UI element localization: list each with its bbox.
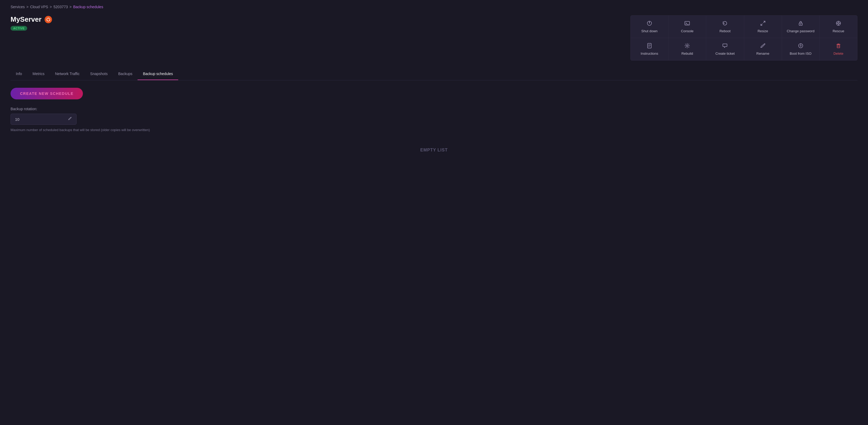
breadcrumb: Services > Cloud VPS > 5203773 > Backup … bbox=[0, 0, 868, 9]
svg-rect-26 bbox=[837, 45, 840, 48]
create-ticket-label: Create ticket bbox=[715, 52, 735, 56]
tab-metrics[interactable]: Metrics bbox=[27, 68, 50, 80]
change-password-icon bbox=[798, 20, 804, 27]
tab-snapshots[interactable]: Snapshots bbox=[85, 68, 113, 80]
tabs: Info Metrics Network Traffic Snapshots B… bbox=[10, 68, 858, 80]
instructions-button[interactable]: Instructions bbox=[631, 38, 668, 60]
svg-point-24 bbox=[800, 45, 801, 47]
tabs-container: Info Metrics Network Traffic Snapshots B… bbox=[10, 68, 858, 80]
tab-info[interactable]: Info bbox=[10, 68, 27, 80]
create-ticket-icon bbox=[722, 43, 728, 50]
delete-label: Delete bbox=[833, 52, 843, 56]
rename-label: Rename bbox=[756, 52, 769, 56]
instructions-icon bbox=[647, 43, 652, 50]
instructions-label: Instructions bbox=[641, 52, 658, 56]
svg-point-2 bbox=[49, 20, 50, 20]
tab-backup-schedules[interactable]: Backup schedules bbox=[137, 68, 178, 80]
console-label: Console bbox=[681, 29, 693, 33]
rescue-label: Rescue bbox=[833, 29, 844, 33]
rename-icon bbox=[760, 43, 766, 50]
shutdown-button[interactable]: Shut down bbox=[631, 16, 668, 38]
tab-network-traffic[interactable]: Network Traffic bbox=[50, 68, 85, 80]
reboot-icon bbox=[722, 20, 728, 27]
svg-point-13 bbox=[838, 23, 839, 24]
delete-icon bbox=[836, 43, 841, 50]
rescue-button[interactable]: Rescue bbox=[820, 16, 857, 38]
rebuild-icon bbox=[684, 43, 690, 50]
delete-button[interactable]: Delete bbox=[820, 38, 857, 60]
svg-point-22 bbox=[686, 45, 688, 47]
edit-rotation-icon[interactable] bbox=[68, 117, 72, 122]
create-new-schedule-button[interactable]: CREATE NEW SCHEDULE bbox=[10, 88, 83, 100]
rebuild-button[interactable]: Rebuild bbox=[669, 38, 706, 60]
console-button[interactable]: Console bbox=[669, 16, 706, 38]
rotation-field: 10 bbox=[10, 114, 76, 125]
server-name-row: MyServer bbox=[10, 15, 630, 24]
status-badge: ACTIVE bbox=[10, 26, 27, 31]
breadcrumb-sep1: > bbox=[26, 5, 29, 9]
server-name: MyServer bbox=[10, 15, 41, 24]
backup-rotation-label: Backup rotation: bbox=[10, 107, 858, 111]
resize-icon bbox=[760, 20, 766, 27]
svg-line-8 bbox=[764, 21, 765, 23]
action-grid: Shut down Console bbox=[630, 15, 858, 60]
rotation-hint: Maximum number of scheduled backups that… bbox=[10, 128, 858, 132]
breadcrumb-server-id[interactable]: 5203773 bbox=[54, 5, 68, 9]
create-ticket-button[interactable]: Create ticket bbox=[706, 38, 744, 60]
change-password-label: Change password bbox=[787, 29, 814, 33]
breadcrumb-services[interactable]: Services bbox=[10, 5, 25, 9]
shutdown-icon bbox=[647, 20, 652, 27]
boot-from-iso-label: Boot from ISO bbox=[790, 52, 811, 56]
svg-rect-6 bbox=[685, 21, 689, 25]
svg-point-3 bbox=[47, 20, 48, 20]
rebuild-label: Rebuild bbox=[681, 52, 693, 56]
svg-point-11 bbox=[800, 24, 801, 25]
boot-from-iso-icon bbox=[798, 43, 804, 50]
console-icon bbox=[684, 20, 690, 27]
breadcrumb-cloud-vps[interactable]: Cloud VPS bbox=[30, 5, 48, 9]
svg-point-1 bbox=[48, 18, 49, 18]
resize-button[interactable]: Resize bbox=[744, 16, 782, 38]
reboot-label: Reboot bbox=[719, 29, 731, 33]
boot-from-iso-button[interactable]: Boot from ISO bbox=[782, 38, 819, 60]
resize-label: Resize bbox=[758, 29, 768, 33]
empty-list: EMPTY LIST bbox=[10, 148, 858, 152]
breadcrumb-current: Backup schedules bbox=[73, 5, 103, 9]
tab-backups[interactable]: Backups bbox=[113, 68, 138, 80]
rename-button[interactable]: Rename bbox=[744, 38, 782, 60]
change-password-button[interactable]: Change password bbox=[782, 16, 819, 38]
breadcrumb-sep2: > bbox=[50, 5, 52, 9]
reboot-button[interactable]: Reboot bbox=[706, 16, 744, 38]
breadcrumb-sep3: > bbox=[69, 5, 71, 9]
server-header: MyServer ACTIVE bbox=[10, 15, 858, 60]
shutdown-label: Shut down bbox=[641, 29, 657, 33]
rotation-value: 10 bbox=[15, 117, 66, 121]
svg-line-9 bbox=[761, 24, 763, 25]
ubuntu-icon bbox=[44, 16, 52, 23]
rescue-icon bbox=[836, 20, 841, 27]
server-title-area: MyServer ACTIVE bbox=[10, 15, 630, 30]
